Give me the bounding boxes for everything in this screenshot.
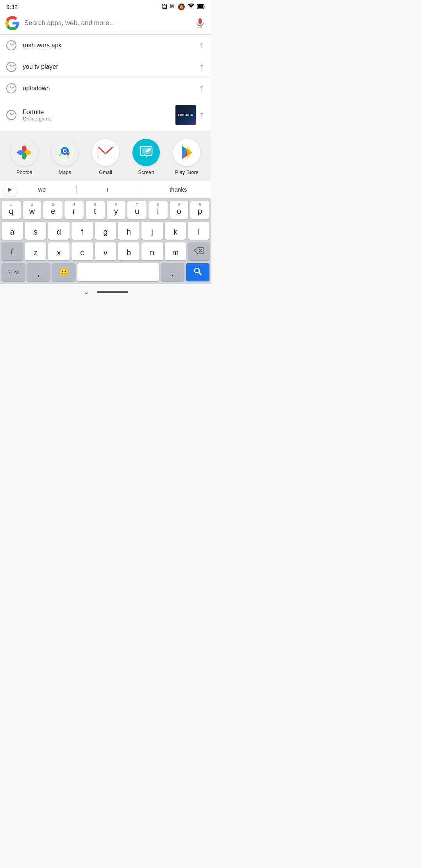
key-sym[interactable]: ?123: [2, 263, 25, 281]
svg-rect-4: [198, 5, 203, 8]
key-f[interactable]: f: [72, 222, 93, 240]
app-item-playstore[interactable]: Play Store: [173, 139, 200, 175]
playstore-icon: [179, 145, 194, 160]
app-item-screen[interactable]: Screen: [132, 139, 160, 175]
key-k[interactable]: k: [165, 222, 186, 240]
key-g[interactable]: g: [95, 222, 116, 240]
key-c[interactable]: c: [72, 242, 93, 260]
mute-icon: 🔕: [177, 3, 185, 11]
keyboard-suggest-word-3[interactable]: thanks: [166, 185, 191, 194]
key-o[interactable]: 9o: [170, 201, 189, 219]
suggestion-item[interactable]: rush wars apk ↗: [0, 35, 211, 56]
key-search[interactable]: [186, 263, 209, 281]
app-label-screen: Screen: [138, 169, 154, 175]
key-d[interactable]: d: [48, 222, 70, 240]
keyboard-word-divider: [139, 185, 139, 194]
key-p[interactable]: 0p: [190, 201, 209, 219]
key-a[interactable]: a: [2, 222, 23, 240]
app-label-gmail: Gmail: [99, 169, 112, 175]
key-e[interactable]: 3e: [43, 201, 63, 219]
key-i[interactable]: 8i: [148, 201, 168, 219]
keyboard-row-3: ⇧ z x c v b n m: [2, 242, 209, 260]
microphone-icon[interactable]: [195, 18, 206, 29]
svg-point-11: [17, 150, 24, 155]
key-n[interactable]: n: [141, 242, 163, 260]
status-icons: 🖼 🔕: [162, 3, 205, 11]
suggestion-text: Fortnite Online game: [23, 109, 175, 122]
suggestion-text: rush wars apk: [23, 42, 196, 49]
gmail-icon-wrapper: [92, 139, 119, 166]
suggestion-arrow-icon: ↗: [197, 62, 207, 72]
google-logo: [5, 16, 20, 30]
key-j[interactable]: j: [141, 222, 163, 240]
history-clock-icon: [6, 110, 16, 120]
keyboard-expand-button[interactable]: ►: [3, 183, 17, 197]
keyboard: ► we I thanks 1q 2w 3e 4r 5t 6y 7u 8i 9o…: [0, 181, 211, 284]
key-w[interactable]: 2w: [23, 201, 42, 219]
key-u[interactable]: 7u: [127, 201, 147, 219]
status-bar: 9:32 🖼 🔕: [0, 0, 211, 12]
keyboard-row-1: 1q 2w 3e 4r 5t 6y 7u 8i 9o 0p: [2, 201, 209, 219]
search-bar[interactable]: [0, 12, 211, 34]
search-input[interactable]: [24, 19, 195, 27]
keyboard-key-rows: 1q 2w 3e 4r 5t 6y 7u 8i 9o 0p a s d f g …: [0, 199, 211, 284]
screenshot-icon: 🖼: [162, 4, 167, 10]
suggestion-arrow-icon: ↗: [197, 83, 207, 93]
key-y[interactable]: 6y: [107, 201, 126, 219]
history-clock-icon: [6, 83, 16, 93]
status-time: 9:32: [6, 4, 18, 10]
key-emoji[interactable]: 🙂: [52, 263, 75, 281]
maps-icon-wrapper: G: [51, 139, 79, 166]
key-z[interactable]: z: [25, 242, 46, 260]
wifi-icon: [188, 4, 195, 11]
keyboard-word-divider: [76, 185, 77, 194]
svg-text:G: G: [63, 148, 67, 154]
key-h[interactable]: h: [118, 222, 139, 240]
key-x[interactable]: x: [48, 242, 70, 260]
key-q[interactable]: 1q: [2, 201, 21, 219]
photos-icon: [16, 144, 33, 161]
keyboard-row-4: ?123 , 🙂 .: [2, 263, 209, 281]
app-item-gmail[interactable]: Gmail: [92, 139, 119, 175]
app-item-photos[interactable]: Photos: [11, 139, 38, 175]
key-b[interactable]: b: [118, 242, 139, 260]
key-m[interactable]: m: [165, 242, 186, 260]
history-clock-icon: [6, 62, 16, 72]
app-label-maps: Maps: [59, 169, 71, 175]
search-key-icon: [193, 267, 202, 277]
suggestion-text: you tv player: [23, 63, 196, 70]
photos-icon-wrapper: [11, 139, 38, 166]
suggestion-item[interactable]: you tv player ↗: [0, 56, 211, 78]
key-shift[interactable]: ⇧: [2, 242, 23, 260]
key-t[interactable]: 5t: [86, 201, 105, 219]
history-clock-icon: [6, 40, 16, 50]
suggestion-item[interactable]: uptodown ↗: [0, 78, 211, 99]
fortnite-thumbnail: FORTNITE: [175, 105, 196, 125]
key-comma[interactable]: ,: [27, 263, 50, 281]
app-label-playstore: Play Store: [175, 169, 198, 175]
keyboard-suggest-word-1[interactable]: we: [34, 185, 50, 194]
suggestion-item[interactable]: Fortnite Online game FORTNITE ↗: [0, 99, 211, 131]
key-space[interactable]: [77, 263, 159, 281]
key-r[interactable]: 4r: [64, 201, 84, 219]
battery-icon: [197, 4, 205, 11]
svg-rect-3: [204, 5, 205, 7]
key-v[interactable]: v: [95, 242, 116, 260]
keyboard-row-2: a s d f g h j k l: [2, 222, 209, 240]
nav-home-indicator[interactable]: [97, 291, 128, 293]
app-item-maps[interactable]: G Maps: [51, 139, 79, 175]
gmail-icon: [98, 147, 113, 158]
svg-marker-31: [187, 146, 192, 159]
media-play-icon: [170, 4, 175, 10]
key-l[interactable]: l: [188, 222, 209, 240]
playstore-icon-wrapper: [173, 139, 200, 166]
suggestion-arrow-icon: ↗: [197, 110, 207, 120]
suggestion-title: rush wars apk: [23, 42, 196, 49]
key-s[interactable]: s: [25, 222, 46, 240]
keyboard-suggest-word-2[interactable]: I: [103, 185, 112, 194]
key-backspace[interactable]: [188, 242, 209, 260]
svg-line-35: [199, 273, 202, 275]
nav-chevron-down-icon[interactable]: ⌄: [83, 287, 89, 296]
key-period[interactable]: .: [161, 263, 184, 281]
maps-icon: G: [56, 144, 73, 161]
